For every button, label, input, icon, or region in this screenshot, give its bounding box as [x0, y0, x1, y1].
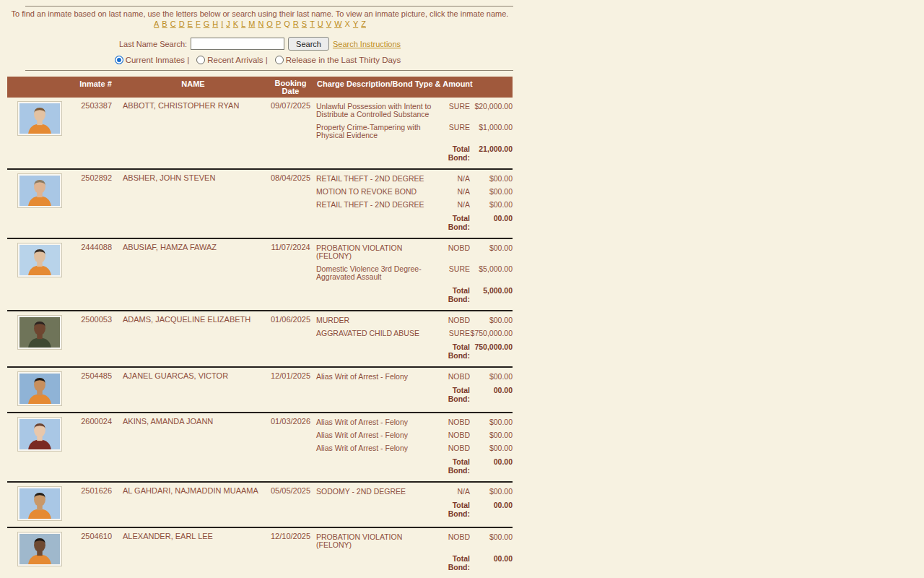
alphabet-letter-h[interactable]: H — [212, 20, 218, 28]
radio-button[interactable] — [275, 56, 284, 64]
booking-date: 09/07/2025 — [267, 100, 314, 110]
charge-row: Property Crime-Tampering with Physical E… — [314, 124, 513, 139]
alphabet-letter-w[interactable]: W — [334, 20, 341, 28]
inmate-name-link[interactable]: ABBOTT, CHRISTOPHER RYAN — [123, 101, 239, 110]
inmate-name-link[interactable]: ABUSIAF, HAMZA FAWAZ — [123, 243, 217, 251]
alphabet-letter-c[interactable]: C — [170, 20, 176, 28]
alphabet-letter-s[interactable]: S — [302, 20, 307, 28]
bond-type: SURE — [437, 329, 470, 337]
radio-button[interactable] — [196, 56, 205, 64]
alphabet-letter-k[interactable]: K — [233, 20, 238, 28]
inmate-number: 2444088 — [72, 242, 119, 251]
alphabet-letter-g[interactable]: G — [204, 20, 210, 28]
inmate-name-link[interactable]: ABSHER, JOHN STEVEN — [123, 173, 215, 182]
total-bond-amount: 750,000.00 — [470, 342, 513, 360]
total-spacer — [314, 144, 437, 162]
charge-list: PROBATION VIOLATION (FELONY) NOBD $00.00 — [314, 533, 513, 549]
bond-type: NOBD — [437, 373, 470, 381]
alphabet-letter-p[interactable]: P — [276, 20, 281, 28]
inmate-name-link[interactable]: AKINS, AMANDA JOANN — [123, 417, 213, 426]
alphabet-letter-l[interactable]: L — [241, 20, 245, 28]
inmate-number: 2500053 — [72, 314, 119, 324]
mugshot-silhouette — [19, 534, 60, 564]
alphabet-letter-n[interactable]: N — [258, 20, 263, 28]
table-header-row: Inmate # NAME Booking Date Charge Descri… — [7, 77, 513, 98]
alphabet-letter-d[interactable]: D — [179, 20, 185, 28]
total-spacer — [314, 457, 437, 475]
alphabet-letter-b[interactable]: B — [162, 20, 167, 28]
filter-label: Current Inmates | — [126, 56, 190, 64]
photo-cell — [7, 173, 72, 207]
total-bond-row: Total Bond: 00.00 — [314, 214, 513, 231]
header-name: NAME — [119, 79, 267, 88]
bond-amount: $5,000.00 — [470, 265, 513, 281]
charge-description: Unlawful Possession with Intent to Distr… — [314, 103, 437, 118]
charge-list: RETAIL THEFT - 2ND DEGREE N/A $00.00 MOT… — [314, 175, 513, 209]
name-cell: AJANEL GUARCAS, VICTOR — [119, 371, 267, 380]
alphabet-letter-e[interactable]: E — [188, 20, 193, 28]
charge-description: Alias Writ of Arrest - Felony — [314, 418, 437, 426]
inmate-name-link[interactable]: ADAMS, JACQUELINE ELIZABETH — [123, 315, 250, 324]
bond-amount: $00.00 — [470, 444, 513, 452]
total-bond-label: Total Bond: — [437, 342, 470, 360]
mugshot-silhouette — [19, 374, 60, 404]
table-body: 2503387 ABBOTT, CHRISTOPHER RYAN 09/07/2… — [7, 98, 513, 578]
total-bond-label: Total Bond: — [437, 386, 470, 403]
charges-cell: PROBATION VIOLATION (FELONY) NOBD $00.00… — [314, 242, 513, 303]
total-bond-row: Total Bond: 00.00 — [314, 386, 513, 403]
last-name-search-input[interactable] — [191, 38, 284, 50]
booking-date: 12/01/2025 — [267, 371, 314, 380]
charge-description: MOTION TO REVOKE BOND — [314, 188, 437, 196]
bond-amount: $00.00 — [470, 431, 513, 439]
bond-amount: $20,000.00 — [470, 103, 513, 118]
charge-list: Alias Writ of Arrest - Felony NOBD $00.0… — [314, 373, 513, 381]
total-spacer — [314, 501, 437, 518]
alphabet-letter-t[interactable]: T — [310, 20, 315, 28]
mugshot-photo — [18, 487, 61, 520]
mugshot-silhouette — [19, 419, 60, 449]
charge-list: PROBATION VIOLATION (FELONY) NOBD $00.00… — [314, 244, 513, 281]
filter-label: Release in the Last Thirty Days — [286, 56, 401, 64]
charge-description: Alias Writ of Arrest - Felony — [314, 444, 437, 452]
inmate-name-link[interactable]: AJANEL GUARCAS, VICTOR — [123, 371, 228, 380]
alphabet-letter-r[interactable]: R — [293, 20, 299, 28]
charge-description: PROBATION VIOLATION (FELONY) — [314, 533, 437, 549]
inmate-name-link[interactable]: ALEXANDER, EARL LEE — [123, 532, 213, 540]
inmate-name-link[interactable]: AL GAHDARI, NAJMADDIN MUAAMA — [123, 486, 258, 495]
photo-cell — [7, 371, 72, 405]
alphabet-letter-j[interactable]: J — [226, 20, 230, 28]
alphabet-letter-z[interactable]: Z — [361, 20, 366, 28]
mugshot-silhouette — [19, 176, 60, 206]
search-instructions-link[interactable]: Search Instructions — [333, 40, 401, 48]
bond-amount: $00.00 — [470, 188, 513, 196]
bond-type: NOBD — [437, 316, 470, 324]
alphabet-letter-i[interactable]: I — [221, 20, 223, 28]
charge-row: Unlawful Possession with Intent to Distr… — [314, 103, 513, 118]
alphabet-letter-v[interactable]: V — [326, 20, 331, 28]
booking-date: 08/04/2025 — [267, 173, 314, 182]
charges-cell: PROBATION VIOLATION (FELONY) NOBD $00.00… — [314, 531, 513, 571]
charge-row: MOTION TO REVOKE BOND N/A $00.00 — [314, 188, 513, 196]
charge-row: PROBATION VIOLATION (FELONY) NOBD $00.00 — [314, 533, 513, 549]
alphabet-letter-y[interactable]: Y — [353, 20, 358, 28]
alphabet-letter-a[interactable]: A — [154, 20, 159, 28]
intro-text: To find an inmate based on last name, us… — [0, 9, 520, 18]
charge-description: RETAIL THEFT - 2ND DEGREE — [314, 175, 437, 183]
alphabet-letter-m[interactable]: M — [248, 20, 255, 28]
inmate-filter-radios: Current Inmates |Recent Arrivals |Releas… — [0, 56, 520, 64]
radio-button-selected[interactable] — [115, 56, 123, 64]
alphabet-letter-f[interactable]: F — [196, 20, 201, 28]
alphabet-letter-o[interactable]: O — [266, 20, 273, 28]
mugshot-photo — [18, 243, 61, 277]
charge-row: Alias Writ of Arrest - Felony NOBD $00.0… — [314, 431, 513, 439]
total-bond-amount: 00.00 — [470, 457, 513, 475]
total-bond-row: Total Bond: 00.00 — [314, 457, 513, 475]
alphabet-letter-u[interactable]: U — [318, 20, 323, 28]
total-bond-amount: 00.00 — [470, 386, 513, 403]
booking-date: 11/07/2024 — [267, 242, 314, 251]
search-button[interactable]: Search — [288, 37, 329, 51]
total-bond-amount: 00.00 — [470, 501, 513, 518]
total-spacer — [314, 386, 437, 403]
charge-description: Alias Writ of Arrest - Felony — [314, 431, 437, 439]
total-bond-label: Total Bond: — [437, 286, 470, 303]
